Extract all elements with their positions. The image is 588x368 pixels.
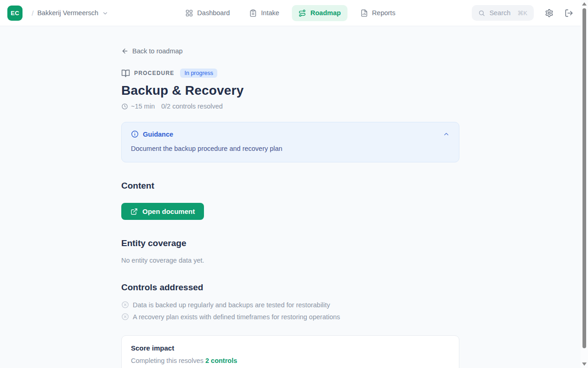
open-document-label: Open document [142,207,195,215]
scrollbar-thumb[interactable] [582,8,586,348]
score-resolves-value: 2 controls [205,357,237,364]
route-icon [299,9,306,17]
controls-list: Data is backed up regularly and backups … [121,301,459,321]
guidance-header[interactable]: Guidance [131,130,450,138]
chevron-up-icon[interactable] [443,131,450,138]
guidance-body: Document the backup procedure and recove… [131,145,450,152]
clock-icon [121,103,128,110]
guidance-card: Guidance Document the backup procedure a… [121,122,459,162]
chevron-down-icon [102,10,108,17]
workspace-name: Bakkerij Vermeersch [37,9,98,17]
controls-addressed-heading: Controls addressed [121,282,459,293]
nav-item-intake[interactable]: Intake [243,5,286,21]
dashboard-grid-icon [185,9,193,17]
duration-text: ~15 min [131,103,155,110]
workspace-breadcrumb[interactable]: / Bakkerij Vermeersch [32,9,108,17]
app-logo[interactable]: EC [7,6,23,21]
entity-coverage-empty-text: No entity coverage data yet. [121,257,459,264]
logout-button[interactable] [565,9,573,17]
back-to-roadmap-link[interactable]: Back to roadmap [121,47,183,55]
main-content: Back to roadmap PROCEDURE In progress Ba… [0,26,581,368]
external-link-icon [130,208,138,215]
content-section-heading: Content [121,181,459,191]
control-item-text: Data is backed up regularly and backups … [133,301,330,309]
header-tools: Search ⌘K [472,5,573,21]
controls-resolved-meta: 0/2 controls resolved [161,103,223,110]
open-document-button[interactable]: Open document [121,203,204,220]
nav-label: Reports [372,9,396,17]
search-placeholder: Search [489,9,510,17]
scrollbar-up-arrow[interactable] [582,2,587,6]
item-type-row: PROCEDURE In progress [121,69,459,78]
search-shortcut: ⌘K [517,10,527,17]
control-item: Data is backed up regularly and backups … [121,301,459,309]
settings-button[interactable] [545,9,554,17]
clipboard-icon [249,9,257,17]
control-item-text: A recovery plan exists with defined time… [133,313,340,321]
info-icon [131,130,139,138]
score-resolves-prefix: Completing this resolves [131,357,205,364]
score-impact-heading: Score impact [131,344,450,352]
score-resolves-line: Completing this resolves 2 controls [131,357,450,364]
main-nav: Dashboard Intake Roadmap Reports [179,0,401,26]
gear-icon [545,9,554,17]
search-input[interactable]: Search ⌘K [472,5,534,21]
vertical-scrollbar[interactable] [581,0,588,368]
entity-coverage-heading: Entity coverage [121,238,459,248]
guidance-title: Guidance [143,131,173,138]
report-file-icon [360,9,368,17]
x-circle-icon [121,301,129,309]
meta-row: ~15 min 0/2 controls resolved [121,103,459,110]
status-badge: In progress [180,69,217,78]
book-open-icon [121,69,130,78]
arrow-left-icon [121,47,129,55]
controls-resolved-text: 0/2 controls resolved [161,103,223,110]
nav-label: Roadmap [311,9,341,17]
x-circle-icon [121,313,129,321]
control-item: A recovery plan exists with defined time… [121,313,459,321]
page-title: Backup & Recovery [121,83,459,98]
nav-label: Dashboard [197,9,230,17]
logout-icon [565,9,573,17]
nav-item-reports[interactable]: Reports [354,5,402,21]
nav-item-roadmap[interactable]: Roadmap [292,5,347,21]
scrollbar-down-arrow[interactable] [582,362,587,366]
search-icon [478,10,485,17]
item-type-label: PROCEDURE [134,70,174,76]
nav-label: Intake [261,9,279,17]
back-link-label: Back to roadmap [132,47,183,55]
nav-item-dashboard[interactable]: Dashboard [179,5,236,21]
duration-meta: ~15 min [121,103,155,110]
breadcrumb-separator: / [32,9,34,17]
score-impact-card: Score impact Completing this resolves 2 … [121,335,459,368]
top-navigation-bar: EC / Bakkerij Vermeersch Dashboard Intak… [0,0,581,26]
